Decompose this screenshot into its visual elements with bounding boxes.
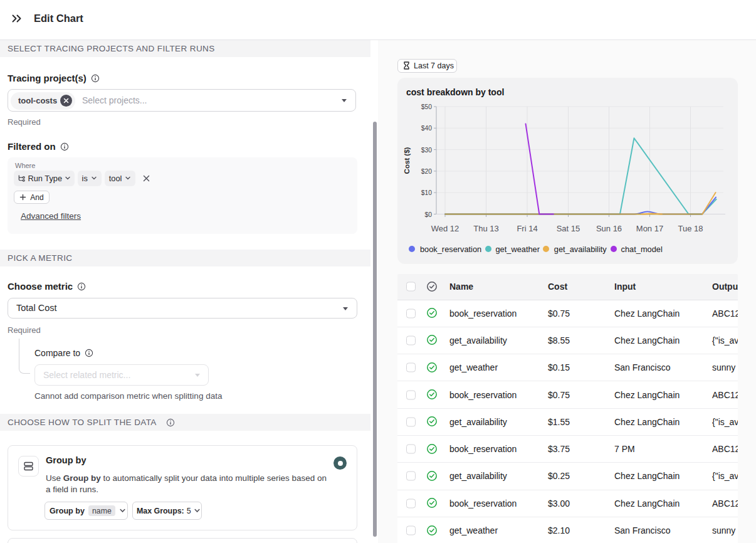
svg-text:Fri 14: Fri 14 bbox=[517, 224, 537, 233]
svg-text:$20: $20 bbox=[421, 168, 432, 175]
svg-text:$10: $10 bbox=[421, 189, 432, 196]
svg-text:Cost ($): Cost ($) bbox=[403, 147, 411, 174]
svg-text:Tue 18: Tue 18 bbox=[678, 224, 703, 233]
svg-text:Wed 12: Wed 12 bbox=[431, 224, 459, 233]
svg-text:Thu 13: Thu 13 bbox=[473, 224, 498, 233]
svg-text:$50: $50 bbox=[421, 103, 432, 110]
svg-text:$30: $30 bbox=[421, 147, 432, 154]
svg-text:$40: $40 bbox=[421, 125, 432, 132]
svg-text:$0: $0 bbox=[425, 211, 433, 218]
svg-text:Sun 16: Sun 16 bbox=[596, 224, 622, 233]
svg-text:Mon 17: Mon 17 bbox=[636, 224, 663, 233]
svg-text:Sat 15: Sat 15 bbox=[557, 224, 580, 233]
